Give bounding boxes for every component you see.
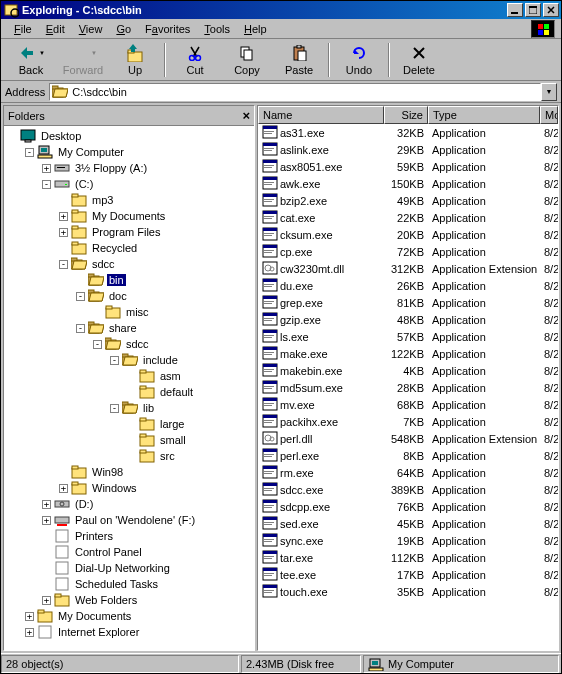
tree-expander[interactable]: + [42,516,51,525]
tree-expander[interactable]: + [42,500,51,509]
tree-expander[interactable]: + [25,628,34,637]
file-row[interactable]: sdcc.exe389KBApplication8/2 [258,481,558,498]
tree-expander[interactable]: + [42,164,51,173]
tree-expander[interactable]: - [25,148,34,157]
file-row[interactable]: makebin.exe4KBApplication8/2 [258,362,558,379]
tree-item[interactable]: -include [4,352,254,368]
tree-expander[interactable]: + [59,484,68,493]
maximize-button[interactable] [525,3,541,17]
tree-item[interactable]: -sdcc [4,336,254,352]
tree-item[interactable]: Win98 [4,464,254,480]
tree-item[interactable]: -(C:) [4,176,254,192]
file-row[interactable]: awk.exe150KBApplication8/2 [258,175,558,192]
tree-item[interactable]: bin [4,272,254,288]
tree-expander[interactable]: + [59,212,68,221]
file-row[interactable]: as31.exe32KBApplication8/2 [258,124,558,141]
tree-expander[interactable]: - [59,260,68,269]
menu-edit[interactable]: Edit [39,21,72,37]
delete-button[interactable]: Delete [393,40,445,80]
tree-item[interactable]: src [4,448,254,464]
tree-item[interactable]: +3½ Floppy (A:) [4,160,254,176]
undo-button[interactable]: Undo [333,40,385,80]
menu-help[interactable]: Help [237,21,274,37]
file-row[interactable]: cp.exe72KBApplication8/2 [258,243,558,260]
tree-item[interactable]: +Web Folders [4,592,254,608]
column-name[interactable]: Name [258,106,384,124]
tree-item[interactable]: Dial-Up Networking [4,560,254,576]
file-row[interactable]: tar.exe112KBApplication8/2 [258,549,558,566]
file-row[interactable]: aslink.exe29KBApplication8/2 [258,141,558,158]
close-button[interactable] [543,3,559,17]
file-row[interactable]: mv.exe68KBApplication8/2 [258,396,558,413]
file-row[interactable]: packihx.exe7KBApplication8/2 [258,413,558,430]
file-row[interactable]: perl.exe8KBApplication8/2 [258,447,558,464]
tree-expander[interactable]: - [76,324,85,333]
file-row[interactable]: make.exe122KBApplication8/2 [258,345,558,362]
cut-button[interactable]: Cut [169,40,221,80]
file-row[interactable]: touch.exe35KBApplication8/2 [258,583,558,600]
forward-button[interactable]: ▼ Forward [57,40,109,80]
tree-item[interactable]: +(D:) [4,496,254,512]
tree-item[interactable]: Desktop [4,128,254,144]
menu-view[interactable]: View [72,21,110,37]
tree-item[interactable]: small [4,432,254,448]
tree-item[interactable]: -My Computer [4,144,254,160]
tree-expander[interactable]: + [25,612,34,621]
tree-item[interactable]: misc [4,304,254,320]
tree-item[interactable]: -doc [4,288,254,304]
tree-item[interactable]: asm [4,368,254,384]
folder-tree[interactable]: Desktop-My Computer+3½ Floppy (A:)-(C:)m… [4,126,254,650]
file-row[interactable]: tee.exe17KBApplication8/2 [258,566,558,583]
file-row[interactable]: bzip2.exe49KBApplication8/2 [258,192,558,209]
column-size[interactable]: Size [384,106,428,124]
file-row[interactable]: sed.exe45KBApplication8/2 [258,515,558,532]
file-row[interactable]: sync.exe19KBApplication8/2 [258,532,558,549]
up-button[interactable]: Up [109,40,161,80]
tree-item[interactable]: Printers [4,528,254,544]
tree-item[interactable]: +Paul on 'Wendolene' (F:) [4,512,254,528]
tree-expander[interactable]: - [76,292,85,301]
file-list[interactable]: as31.exe32KBApplication8/2aslink.exe29KB… [258,124,558,650]
address-dropdown-button[interactable]: ▼ [541,83,557,101]
tree-item[interactable]: default [4,384,254,400]
column-type[interactable]: Type [428,106,540,124]
file-row[interactable]: cw3230mt.dll312KBApplication Extension8/… [258,260,558,277]
tree-item[interactable]: large [4,416,254,432]
copy-button[interactable]: Copy [221,40,273,80]
minimize-button[interactable] [507,3,523,17]
file-row[interactable]: perl.dll548KBApplication Extension8/2 [258,430,558,447]
file-row[interactable]: cksum.exe20KBApplication8/2 [258,226,558,243]
file-row[interactable]: sdcpp.exe76KBApplication8/2 [258,498,558,515]
tree-expander[interactable]: - [42,180,51,189]
menu-favorites[interactable]: Favorites [138,21,197,37]
back-button[interactable]: ▼ Back [5,40,57,80]
tree-item[interactable]: -share [4,320,254,336]
tree-item[interactable]: +Program Files [4,224,254,240]
tree-item[interactable]: +My Documents [4,608,254,624]
tree-item[interactable]: -lib [4,400,254,416]
menu-tools[interactable]: Tools [197,21,237,37]
file-row[interactable]: grep.exe81KBApplication8/2 [258,294,558,311]
file-row[interactable]: cat.exe22KBApplication8/2 [258,209,558,226]
tree-item[interactable]: Recycled [4,240,254,256]
tree-expander[interactable]: + [59,228,68,237]
tree-expander[interactable]: - [93,340,102,349]
title-bar[interactable]: Exploring - C:\sdcc\bin [1,1,561,19]
file-row[interactable]: md5sum.exe28KBApplication8/2 [258,379,558,396]
file-row[interactable]: du.exe26KBApplication8/2 [258,277,558,294]
address-field[interactable]: C:\sdcc\bin [49,83,541,101]
menu-file[interactable]: File [7,21,39,37]
tree-expander[interactable]: + [42,596,51,605]
file-row[interactable]: rm.exe64KBApplication8/2 [258,464,558,481]
tree-item[interactable]: +My Documents [4,208,254,224]
tree-item[interactable]: -sdcc [4,256,254,272]
menu-go[interactable]: Go [109,21,138,37]
column-modified[interactable]: Mo [540,106,558,124]
tree-item[interactable]: +Windows [4,480,254,496]
tree-expander[interactable]: - [110,404,119,413]
file-row[interactable]: ls.exe57KBApplication8/2 [258,328,558,345]
tree-item[interactable]: Control Panel [4,544,254,560]
file-row[interactable]: asx8051.exe59KBApplication8/2 [258,158,558,175]
file-row[interactable]: gzip.exe48KBApplication8/2 [258,311,558,328]
paste-button[interactable]: Paste [273,40,325,80]
